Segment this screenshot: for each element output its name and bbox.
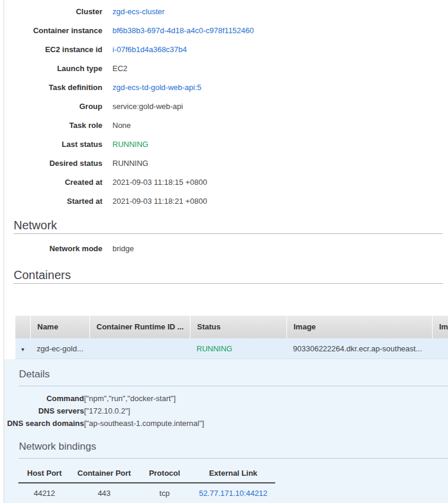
dns-servers-value: ["172.10.0.2"] <box>84 406 130 415</box>
detail-row-dns-servers: DNS servers ["172.10.0.2"] <box>4 405 448 417</box>
host-port-value: 44212 <box>18 489 70 498</box>
detail-row-created-at: Created at 2021-09-03 11:18:15 +0800 <box>4 172 448 191</box>
detail-row-command: Command ["npm","run","docker-start"] <box>4 392 448 405</box>
dns-search-domains-value: ["ap-southeast-1.compute.internal"] <box>84 419 204 428</box>
task-detail-list: Cluster zgd-ecs-cluster Container instan… <box>4 0 448 210</box>
container-name-cell: zgd-ec-gold... <box>30 344 89 353</box>
detail-row-last-status: Last status RUNNING <box>4 134 448 153</box>
started-at-value: 2021-09-03 11:18:21 +0800 <box>112 197 207 206</box>
column-header-image[interactable]: Image <box>286 316 432 338</box>
detail-row-launch-type: Launch type EC2 <box>4 59 448 78</box>
ec2-instance-id-link[interactable]: i-07f6b1d4a368c37b4 <box>112 45 187 54</box>
column-header-container-port: Container Port <box>70 469 138 478</box>
detail-row-network-mode: Network mode bridge <box>4 239 448 258</box>
container-details-list: Command ["npm","run","docker-start"] DNS… <box>4 392 448 430</box>
created-at-label: Created at <box>4 178 102 187</box>
detail-row-started-at: Started at 2021-09-03 11:18:21 +0800 <box>4 191 448 210</box>
containers-table-header: Name Container Runtime ID ... Status Ima… <box>15 316 448 338</box>
details-heading: Details <box>19 367 448 382</box>
network-section-heading: Network <box>14 217 448 233</box>
task-definition-link[interactable]: zgd-ecs-td-gold-web-api:5 <box>112 83 201 92</box>
task-role-label: Task role <box>4 121 102 130</box>
column-header-name[interactable]: Name <box>30 316 89 338</box>
network-section-divider <box>14 233 443 234</box>
detail-row-dns-search-domains: DNS search domains ["ap-southeast-1.comp… <box>4 417 448 430</box>
network-mode-label: Network mode <box>4 244 102 253</box>
desired-status-label: Desired status <box>4 159 102 168</box>
cluster-link[interactable]: zgd-ecs-cluster <box>112 7 165 16</box>
column-header-status[interactable]: Status <box>190 316 286 338</box>
detail-row-group: Group service:gold-web-api <box>4 97 448 116</box>
expander-column-header <box>15 316 30 338</box>
last-status-label: Last status <box>4 140 102 149</box>
column-header-image-digest[interactable]: Image <box>432 316 448 338</box>
launch-type-value: EC2 <box>112 64 127 73</box>
column-header-protocol: Protocol <box>138 469 191 478</box>
container-expanded-panel: Details Command ["npm","run","docker-sta… <box>4 359 448 503</box>
containers-table: Name Container Runtime ID ... Status Ima… <box>15 316 448 359</box>
task-definition-label: Task definition <box>4 83 102 92</box>
started-at-label: Started at <box>4 197 102 206</box>
detail-row-ec2-instance-id: EC2 instance id i-07f6b1d4a368c37b4 <box>4 40 448 59</box>
detail-row-container-instance: Container instance bf6b38b3-697d-4d18-a4… <box>4 21 448 40</box>
column-header-external-link: External Link <box>191 469 275 478</box>
network-bindings-header: Host Port Container Port Protocol Extern… <box>18 463 275 483</box>
container-image-cell: 903306222264.dkr.ecr.ap-southeast... <box>286 344 432 353</box>
containers-section-heading: Containers <box>14 267 448 283</box>
containers-section-divider <box>14 283 443 284</box>
protocol-value: tcp <box>138 489 191 498</box>
desired-status-value: RUNNING <box>112 159 149 168</box>
detail-row-desired-status: Desired status RUNNING <box>4 153 448 172</box>
command-label: Command <box>4 394 84 403</box>
detail-row-task-definition: Task definition zgd-ecs-td-gold-web-api:… <box>4 78 448 97</box>
network-bindings-heading: Network bindings <box>19 440 448 454</box>
dns-search-domains-label: DNS search domains <box>4 419 84 428</box>
launch-type-label: Launch type <box>4 64 102 73</box>
network-binding-row: 44212 443 tcp 52.77.171.10:44212 <box>18 483 275 503</box>
external-link[interactable]: 52.77.171.10:44212 <box>191 489 275 498</box>
network-bindings-table: Host Port Container Port Protocol Extern… <box>18 463 275 503</box>
command-value: ["npm","run","docker-start"] <box>84 394 176 403</box>
details-divider <box>19 386 448 386</box>
detail-row-task-role: Task role None <box>4 116 448 134</box>
container-row[interactable]: ▾ zgd-ec-gold... RUNNING 903306222264.dk… <box>15 338 448 359</box>
created-at-value: 2021-09-03 11:18:15 +0800 <box>112 178 207 187</box>
task-detail-page: Cluster zgd-ecs-cluster Container instan… <box>4 0 448 503</box>
column-header-host-port: Host Port <box>18 469 70 478</box>
dns-servers-label: DNS servers <box>4 406 84 415</box>
task-role-value: None <box>112 121 131 130</box>
network-mode-value: bridge <box>112 244 134 253</box>
container-status-cell: RUNNING <box>190 344 286 353</box>
detail-row-cluster: Cluster zgd-ecs-cluster <box>4 2 448 21</box>
group-label: Group <box>4 102 102 111</box>
ec2-instance-id-label: EC2 instance id <box>4 45 102 54</box>
network-bindings-divider <box>19 458 448 459</box>
container-instance-label: Container instance <box>4 26 102 35</box>
row-expander-icon[interactable]: ▾ <box>21 346 24 353</box>
container-instance-link[interactable]: bf6b38b3-697d-4d18-a4c0-c978f1152460 <box>112 26 254 35</box>
cluster-label: Cluster <box>4 7 102 16</box>
container-port-value: 443 <box>70 489 138 498</box>
last-status-value: RUNNING <box>112 140 149 149</box>
column-header-runtime-id[interactable]: Container Runtime ID ... <box>89 316 190 338</box>
group-value: service:gold-web-api <box>112 102 183 111</box>
